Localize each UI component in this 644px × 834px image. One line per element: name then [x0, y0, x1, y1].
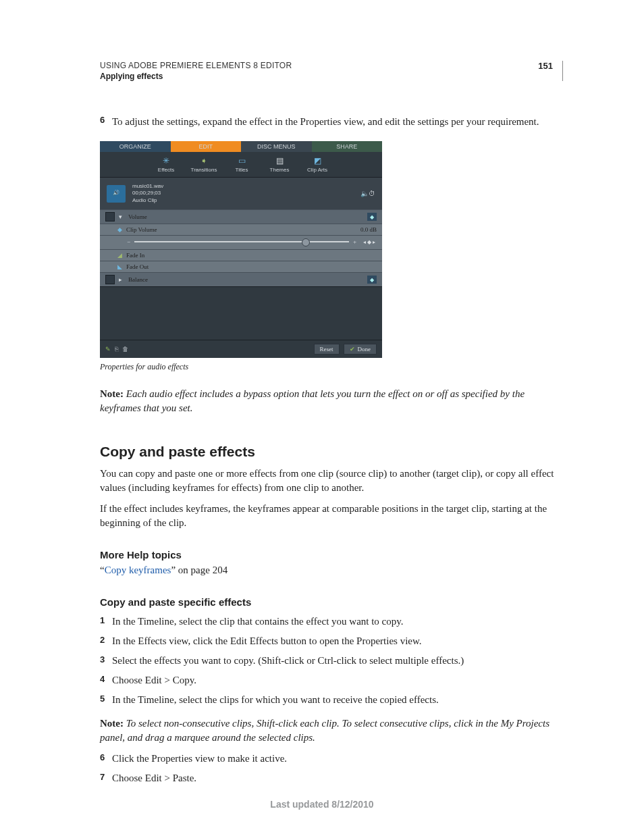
tool-titles[interactable]: ▭ Titles [223, 156, 261, 173]
audio-indicator-icon: 🔈⏱ [360, 189, 375, 198]
tool-transitions[interactable]: ➧ Transitions [185, 156, 223, 173]
tool-cliparts[interactable]: ◩ Clip Arts [298, 156, 336, 173]
tool-label: Themes [270, 167, 290, 173]
prop-label: Fade In [126, 252, 144, 259]
step-text: In the Timeline, select the clips for wh… [112, 693, 439, 707]
step-text: Click the Properties view to make it act… [112, 752, 287, 766]
titles-icon: ▭ [236, 156, 248, 165]
page-header: USING ADOBE PREMIERE ELEMENTS 8 EDITOR A… [100, 61, 563, 81]
step-text: Choose Edit > Copy. [112, 673, 196, 687]
row-fade-in[interactable]: ◢ Fade In [100, 249, 382, 261]
step-number: 4 [100, 673, 112, 687]
reset-button[interactable]: Reset [314, 344, 340, 355]
keyframe-icon[interactable]: ◆ [367, 213, 377, 221]
footer-last-updated: Last updated 8/12/2010 [0, 799, 644, 810]
cliparts-icon: ◩ [311, 156, 323, 165]
step-number: 5 [100, 693, 112, 707]
effects-icon: ✳ [160, 156, 172, 165]
clip-header: 🔊 music01.wav 00;00;29;03 Audio Clip 🔈⏱ [100, 178, 382, 209]
note-label: Note: [100, 718, 124, 729]
note-text: To select non-consecutive clips, Shift-c… [100, 718, 549, 743]
speaker-icon: 🔊 [107, 185, 126, 203]
prop-value: 0.0 dB [360, 226, 377, 233]
figure-caption: Properties for audio effects [100, 362, 563, 372]
chevron-down-icon: ▾ [119, 213, 126, 220]
row-balance[interactable]: ▸ Balance ◆ [100, 272, 382, 286]
done-button[interactable]: ✔ Done [344, 344, 377, 355]
step-text: To adjust the settings, expand the effec… [112, 115, 539, 129]
tab-organize[interactable]: ORGANIZE [100, 141, 171, 152]
tool-effects[interactable]: ✳ Effects [147, 156, 185, 173]
done-label: Done [358, 346, 371, 353]
note-label: Note: [100, 388, 124, 399]
step-number: 7 [100, 771, 112, 785]
link-copy-keyframes[interactable]: Copy keyframes [105, 565, 171, 575]
transitions-icon: ➧ [198, 156, 210, 165]
section-heading: Copy and paste effects [100, 444, 563, 460]
themes-icon: ▤ [273, 156, 286, 165]
clip-type: Audio Clip [132, 197, 163, 204]
tool-label: Effects [158, 167, 174, 173]
clip-name: music01.wav [132, 183, 163, 190]
tool-label: Clip Arts [307, 167, 327, 173]
footer-tool-icon[interactable]: ✎ [105, 346, 111, 353]
keyframe-icon[interactable]: ◆ [367, 276, 377, 284]
step-number: 2 [100, 634, 112, 648]
tab-edit[interactable]: EDIT [171, 141, 242, 152]
step-number: 6 [100, 752, 112, 766]
fadeout-icon: ◣ [117, 263, 122, 270]
step-text: Choose Edit > Paste. [112, 771, 196, 785]
diamond-icon: ◆ [117, 226, 122, 233]
eye-toggle[interactable] [105, 212, 115, 221]
tool-label: Transitions [191, 167, 217, 173]
quote-open: “ [100, 565, 105, 575]
footer-tool-icon[interactable]: ⎘ [115, 346, 118, 353]
page-number: 151 [538, 61, 553, 71]
prop-label: Volume [128, 213, 147, 220]
tool-label: Titles [236, 167, 248, 173]
eye-toggle[interactable] [105, 275, 115, 284]
note-select-clips: Note: To select non-consecutive clips, S… [100, 716, 563, 745]
clip-duration: 00;00;29;03 [132, 190, 163, 197]
step-text: Select the effects you want to copy. (Sh… [112, 654, 464, 668]
note-audio-bypass: Note: Each audio effect includes a bypas… [100, 387, 563, 415]
row-fade-out[interactable]: ◣ Fade Out [100, 261, 382, 272]
tool-themes[interactable]: ▤ Themes [261, 156, 298, 173]
paragraph: You can copy and paste one or more effec… [100, 467, 563, 495]
slider-knob[interactable] [302, 238, 310, 246]
step-text: In the Timeline, select the clip that co… [112, 615, 404, 629]
step-number: 3 [100, 654, 112, 668]
prop-label: Balance [128, 276, 148, 283]
doc-section: Applying effects [100, 72, 292, 81]
row-volume[interactable]: ▾ Volume ◆ [100, 209, 382, 224]
step-text: In the Effects view, click the Edit Effe… [112, 634, 422, 648]
panel-empty-area [100, 286, 382, 340]
row-clip-volume: ◆ Clip Volume 0.0 dB [100, 224, 382, 235]
tab-disc-menus[interactable]: DISC MENUS [241, 141, 312, 152]
keyframe-nav-icon[interactable]: ◂ ◆ ▸ [363, 239, 375, 245]
check-icon: ✔ [350, 346, 355, 353]
prop-label: Fade Out [126, 263, 149, 270]
step-number: 1 [100, 615, 112, 629]
note-text: Each audio effect includes a bypass opti… [100, 388, 525, 413]
volume-slider[interactable]: − + ◂ ◆ ▸ [100, 235, 382, 249]
trash-icon[interactable]: 🗑 [122, 346, 128, 353]
tab-share[interactable]: SHARE [312, 141, 383, 152]
prop-label: Clip Volume [126, 226, 157, 233]
figure-properties-panel: ORGANIZE EDIT DISC MENUS SHARE ✳ Effects… [100, 141, 382, 358]
link-suffix: ” on page 204 [171, 565, 227, 575]
paragraph: If the effect includes keyframes, the ke… [100, 502, 563, 530]
subsection-heading: Copy and paste specific effects [100, 596, 563, 608]
fadein-icon: ◢ [117, 252, 122, 259]
step-number: 6 [100, 115, 112, 129]
chevron-right-icon: ▸ [119, 276, 126, 283]
doc-title: USING ADOBE PREMIERE ELEMENTS 8 EDITOR [100, 61, 292, 70]
more-help-heading: More Help topics [100, 549, 563, 561]
